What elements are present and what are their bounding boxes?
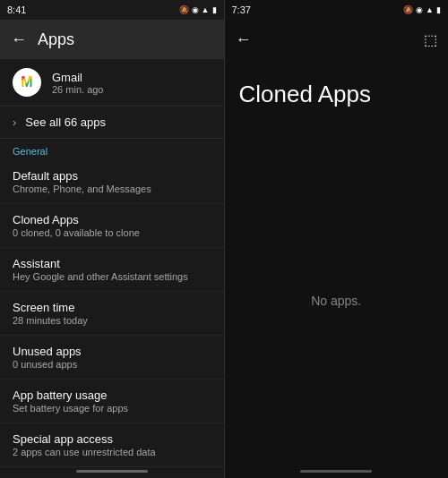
menu-item-special-access[interactable]: Special app access 2 apps can use unrest… <box>0 423 224 467</box>
no-apps-container: No apps. <box>225 123 449 478</box>
menu-item-unused-apps[interactable]: Unused apps 0 unused apps <box>0 336 224 380</box>
menu-item-cloned-apps[interactable]: Cloned Apps 0 cloned, 0 available to clo… <box>0 204 224 248</box>
notification-icon: 🔕 <box>403 5 413 14</box>
signal-icon: ▲ <box>426 5 434 14</box>
signal-icon: ▲ <box>202 5 210 14</box>
menu-item-title: Screen time <box>13 301 211 314</box>
left-status-icons: 🔕 ◉ ▲ ▮ <box>179 5 217 14</box>
left-panel: 8:41 🔕 ◉ ▲ ▮ ← Apps M Gmail 26 min. ago … <box>0 0 224 478</box>
cloned-apps-title: Cloned Apps <box>225 59 449 123</box>
left-screen-title: Apps <box>38 30 74 49</box>
menu-item-title: Cloned Apps <box>13 213 211 226</box>
page-action-icon[interactable]: ⬚ <box>424 31 437 48</box>
left-status-time: 8:41 <box>7 4 26 15</box>
menu-item-subtitle: Chrome, Phone, and Messages <box>13 184 211 194</box>
menu-item-title: App battery usage <box>13 388 211 402</box>
battery-icon: ▮ <box>436 5 441 14</box>
left-back-button[interactable]: ← <box>11 30 27 49</box>
right-panel: 7:37 🔕 ◉ ▲ ▮ ← ⬚ Cloned Apps No apps. <box>225 0 449 478</box>
menu-item-default-apps[interactable]: Default apps Chrome, Phone, and Messages <box>0 160 224 204</box>
notification-icon: 🔕 <box>179 5 189 14</box>
menu-item-assistant[interactable]: Assistant Hey Google and other Assistant… <box>0 248 224 292</box>
gmail-icon: M <box>13 68 41 97</box>
chevron-right-icon: › <box>13 115 16 129</box>
menu-item-subtitle: Hey Google and other Assistant settings <box>13 271 211 282</box>
left-status-bar: 8:41 🔕 ◉ ▲ ▮ <box>0 0 224 20</box>
menu-item-subtitle: 0 cloned, 0 available to clone <box>13 227 211 238</box>
app-name: Gmail <box>52 71 103 84</box>
see-all-text: See all 66 apps <box>25 115 106 129</box>
left-home-indicator <box>76 470 148 473</box>
menu-item-subtitle: Set battery usage for apps <box>13 403 211 414</box>
right-home-indicator <box>300 470 372 473</box>
menu-item-title: Unused apps <box>13 345 211 358</box>
menu-item-subtitle: 2 apps can use unrestricted data <box>13 447 211 457</box>
menu-item-title: Default apps <box>13 169 211 183</box>
wifi-icon: ◉ <box>192 5 199 14</box>
right-top-bar: ← ⬚ <box>225 20 449 59</box>
main-screen: 8:41 🔕 ◉ ▲ ▮ ← Apps M Gmail 26 min. ago … <box>0 0 448 478</box>
menu-item-title: Assistant <box>13 257 211 270</box>
app-time: 26 min. ago <box>52 84 103 95</box>
right-status-time: 7:37 <box>232 4 251 15</box>
section-general-label: General <box>0 139 224 160</box>
recent-app-row[interactable]: M Gmail 26 min. ago <box>0 59 224 107</box>
left-top-bar: ← Apps <box>0 20 224 59</box>
right-status-icons: 🔕 ◉ ▲ ▮ <box>403 5 441 14</box>
right-back-button[interactable]: ← <box>236 30 252 49</box>
see-all-row[interactable]: › See all 66 apps <box>0 107 224 139</box>
menu-item-subtitle: 0 unused apps <box>13 359 211 370</box>
menu-item-title: Special app access <box>13 432 211 446</box>
no-apps-message: No apps. <box>311 294 361 308</box>
menu-item-screen-time[interactable]: Screen time 28 minutes today <box>0 292 224 336</box>
menu-item-battery-usage[interactable]: App battery usage Set battery usage for … <box>0 380 224 423</box>
menu-item-subtitle: 28 minutes today <box>13 315 211 326</box>
right-status-bar: 7:37 🔕 ◉ ▲ ▮ <box>225 0 449 20</box>
right-top-actions: ⬚ <box>424 31 437 48</box>
app-info: Gmail 26 min. ago <box>52 71 103 95</box>
battery-icon: ▮ <box>212 5 217 14</box>
wifi-icon: ◉ <box>416 5 423 14</box>
